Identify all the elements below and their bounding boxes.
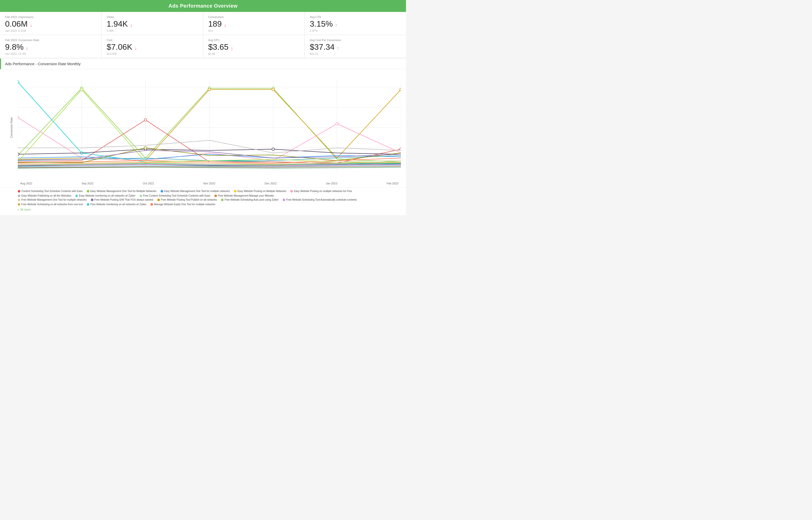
legend-item-2: Easy Website Management One Tool for Mul… — [87, 190, 157, 192]
conversions-value: 189 ↓ — [208, 20, 299, 28]
clicks-sub: 3.36K — [107, 29, 198, 32]
clicks-label: Clicks — [107, 16, 198, 19]
clicks-value: 1.94K ↓ — [107, 20, 198, 28]
legend-item-12: Free Website Posting Tool Publish on all… — [157, 198, 217, 201]
legend-item-1: Content Scheduling Tool Schedule Content… — [18, 190, 83, 192]
legend-dot-9 — [214, 194, 217, 197]
legend-item-4: Easy Website Posting on Multiple Network… — [234, 190, 286, 192]
legend-more[interactable]: + 36 more... — [18, 207, 401, 212]
legend-item-5: Easy Website Posting on multiple network… — [290, 190, 352, 192]
metric-conversion-rate: Feb 2023: Conversion Rate 9.8% ↓ Jan 202… — [0, 35, 101, 58]
conversions-label: Conversions — [208, 16, 299, 19]
svg-point-24 — [18, 116, 19, 119]
svg-point-30 — [272, 148, 275, 150]
legend-label-13: Free Website Scheduling Auto post using … — [225, 198, 279, 201]
svg-point-31 — [80, 88, 83, 91]
metric-avg-cpc: Avg CPC $3.65 ↓ $3.88 — [203, 35, 305, 58]
x-label-aug: Aug 2022 — [20, 182, 32, 185]
legend-area: Content Scheduling Tool Schedule Content… — [0, 187, 406, 215]
svg-point-32 — [144, 147, 147, 149]
y-axis-label: Conversion Rate — [10, 117, 13, 138]
line-chart-svg: 10% 34% 58% 82% — [18, 74, 401, 181]
impressions-value: 0.06M ↓ — [5, 20, 96, 28]
legend-row-2: Free Website Management One Tool for mul… — [18, 198, 401, 206]
legend-label-2: Easy Website Management One Tool for Mul… — [90, 190, 157, 192]
cost-arrow: ↓ — [135, 46, 137, 51]
conversion-rate-sub: Jan 2023: 12.3% — [5, 52, 96, 55]
conversions-arrow: ↓ — [224, 23, 226, 28]
metrics-row-2: Feb 2023: Conversion Rate 9.8% ↓ Jan 202… — [0, 35, 406, 58]
legend-item-13: Free Website Scheduling Auto post using … — [221, 198, 279, 201]
metric-avg-ctr: Avg CTR 3.15% ↑ 2.97% — [305, 12, 406, 35]
legend-item-9: Free Website Management Manage your Webs… — [214, 194, 274, 197]
legend-dot-17 — [150, 203, 153, 206]
avg-cpc-sub: $3.88 — [208, 52, 299, 55]
avg-cpc-value: $3.65 ↓ — [208, 43, 299, 51]
legend-dot-12 — [157, 199, 160, 201]
legend-label-4: Easy Website Posting on Multiple Network… — [237, 190, 286, 192]
svg-point-23 — [400, 88, 401, 91]
x-label-sep: Sep 2022 — [81, 182, 93, 185]
legend-label-16: Free Website monitoring on all networks … — [90, 203, 146, 206]
legend-item-16: Free Website monitoring on all networks … — [87, 203, 146, 206]
legend-label-14: Free Website Scheduling Tool Automatical… — [286, 198, 357, 201]
legend-label-11: Free Website Posting S/W That YOU always… — [94, 198, 153, 201]
legend-label-12: Free Website Posting Tool Publish on all… — [161, 198, 217, 201]
avg-cpc-label: Avg CPC — [208, 38, 299, 42]
legend-dot-16 — [87, 203, 89, 206]
metric-avg-cost-per-conversion: Avg Cost Per Conversion $37.34 ↑ $31.51 — [305, 35, 406, 58]
metric-impressions: Feb 2023: Impressions 0.06M ↓ Jan 2023: … — [0, 12, 101, 35]
legend-dot-4 — [234, 190, 236, 192]
legend-dot-10 — [18, 199, 20, 201]
x-label-jan: Jan 2023 — [326, 182, 337, 185]
chart-area: Conversion Rate 10% 34% 58% 82% — [0, 69, 406, 187]
legend-dot-2 — [87, 190, 89, 192]
metric-cost: Cost $7.06K ↓ $13.05K — [101, 35, 203, 58]
legend-label-9: Free Website Management Manage your Webs… — [218, 194, 274, 197]
legend-dot-7 — [75, 194, 78, 197]
legend-item-6: Easy Website Publishing on all the Websi… — [18, 194, 71, 197]
impressions-sub: Jan 2023: 0.11M — [5, 29, 96, 32]
impressions-arrow: ↓ — [30, 23, 32, 28]
conversions-sub: 414 — [208, 29, 299, 32]
legend-label-15: Free Website Scheduling on all networks … — [21, 203, 83, 206]
conversion-rate-arrow: ↓ — [26, 46, 28, 51]
legend-label-7: Easy Website monitoring on all networks … — [79, 194, 135, 197]
legend-item-17: Manage Website Easily One Tool for multi… — [150, 203, 215, 206]
avg-ctr-value: 3.15% ↑ — [310, 20, 401, 28]
chart-section-title: Ads Performance - Conversion Rate Monthl… — [0, 59, 406, 69]
page-header: Ads Performance Overview — [0, 0, 406, 12]
legend-label-5: Easy Website Posting on multiple network… — [294, 190, 352, 192]
svg-point-25 — [336, 123, 338, 125]
legend-dot-6 — [18, 194, 20, 197]
x-label-nov: Nov 2022 — [203, 182, 215, 185]
legend-item-7: Easy Website monitoring on all networks … — [75, 194, 135, 197]
avg-cost-per-conversion-sub: $31.51 — [310, 52, 401, 55]
legend-item-8: Free Content Scheduling Tool Schedule Co… — [139, 194, 210, 197]
legend-label-1: Content Scheduling Tool Schedule Content… — [21, 190, 83, 192]
legend-label-8: Free Content Scheduling Tool Schedule Co… — [143, 194, 210, 197]
conversion-rate-value: 9.8% ↓ — [5, 43, 96, 51]
avg-cost-per-conversion-arrow: ↑ — [337, 46, 339, 51]
cost-label: Cost — [107, 38, 198, 42]
legend-dot-5 — [290, 190, 293, 192]
legend-item-3: Easy Website Management One Tool for mul… — [161, 190, 230, 192]
svg-point-21 — [208, 88, 211, 91]
legend-dot-3 — [161, 190, 163, 192]
svg-point-28 — [18, 153, 19, 155]
cost-value: $7.06K ↓ — [107, 43, 198, 51]
legend-dot-8 — [139, 194, 142, 197]
clicks-arrow: ↓ — [130, 23, 132, 28]
legend-item-14: Free Website Scheduling Tool Automatical… — [283, 198, 357, 201]
legend-item-10: Free Website Management One Tool for mul… — [18, 198, 87, 201]
legend-label-10: Free Website Management One Tool for mul… — [21, 198, 87, 201]
svg-point-26 — [144, 119, 147, 121]
cost-sub: $13.05K — [107, 52, 198, 55]
avg-cost-per-conversion-value: $37.34 ↑ — [310, 43, 401, 51]
legend-dot-11 — [91, 199, 93, 201]
legend-label-17: Manage Website Easily One Tool for multi… — [154, 203, 215, 206]
x-label-feb: Feb 2023 — [386, 182, 398, 185]
svg-point-22 — [272, 88, 275, 91]
svg-point-27 — [400, 148, 401, 150]
legend-dot-13 — [221, 199, 224, 201]
